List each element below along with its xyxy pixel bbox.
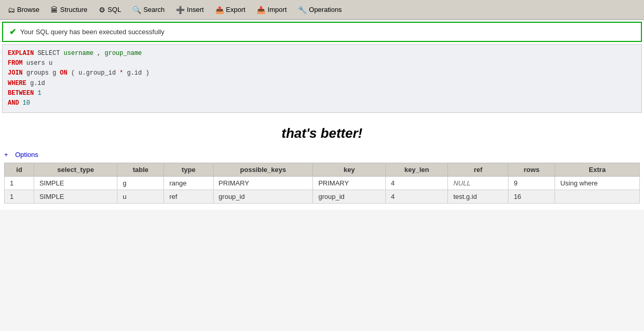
sql-code-area: EXPLAIN SELECT username , group_name FRO… — [2, 44, 642, 113]
export-icon: 📤 — [215, 6, 224, 14]
browse-icon: 🗂 — [8, 6, 15, 14]
nav-insert-label: Insert — [187, 6, 204, 13]
table-cell-r0-c3: range — [164, 177, 213, 190]
options-plus-icon: + — [4, 151, 8, 159]
table-cell-r1-c4: group_id — [213, 190, 313, 204]
col-header-extra: Extra — [555, 163, 640, 177]
success-bar: ✔ Your SQL query has been executed succe… — [2, 22, 642, 42]
search-icon: 🔍 — [132, 6, 141, 14]
sql-line-3: JOIN groups g ON ( u.group_id * g.id ) — [8, 68, 636, 78]
table-cell-r0-c1: SIMPLE — [34, 177, 117, 190]
table-cell-r1-c9 — [555, 190, 640, 204]
sql-icon: ⚙ — [99, 6, 106, 14]
col-header-rows: rows — [508, 163, 555, 177]
sql-line-6: AND 10 — [8, 98, 636, 108]
col-header-id: id — [5, 163, 34, 177]
table-cell-r0-c6: 4 — [385, 177, 448, 190]
table-cell-r0-c7: NULL — [448, 177, 508, 190]
nav-export-label: Export — [226, 6, 246, 13]
nav-search-label: Search — [143, 6, 164, 13]
nav-insert[interactable]: ➕ Insert — [170, 2, 209, 18]
import-icon: 📥 — [257, 6, 265, 14]
nav-sql[interactable]: ⚙ SQL — [93, 2, 127, 18]
top-nav: 🗂 Browse 🏛 Structure ⚙ SQL 🔍 Search ➕ In… — [0, 0, 644, 20]
results-table: id select_type table type possible_keys … — [4, 163, 640, 204]
nav-browse[interactable]: 🗂 Browse — [2, 2, 45, 18]
table-cell-r1-c0: 1 — [5, 190, 34, 204]
nav-sql-label: SQL — [108, 6, 121, 13]
main-content: ✔ Your SQL query has been executed succe… — [0, 22, 644, 210]
table-cell-r0-c9: Using where — [555, 177, 640, 190]
table-cell-r1-c2: u — [117, 190, 164, 204]
col-header-select-type: select_type — [34, 163, 117, 177]
table-row: 1SIMPLEurefgroup_idgroup_id4test.g.id16 — [5, 190, 640, 204]
sql-line-1: EXPLAIN SELECT username , group_name — [8, 49, 636, 59]
nav-structure-label: Structure — [60, 6, 87, 13]
table-cell-r1-c1: SIMPLE — [34, 190, 117, 204]
nav-import-label: Import — [267, 6, 287, 13]
nav-import[interactable]: 📥 Import — [251, 2, 292, 18]
table-row: 1SIMPLEgrangePRIMARYPRIMARY4NULL9Using w… — [5, 177, 640, 190]
table-cell-r1-c6: 4 — [385, 190, 448, 204]
options-link[interactable]: Options — [11, 150, 42, 160]
nav-structure[interactable]: 🏛 Structure — [45, 2, 93, 18]
col-header-table: table — [117, 163, 164, 177]
col-header-key: key — [313, 163, 385, 177]
success-check-icon: ✔ — [9, 27, 16, 37]
col-header-possible-keys: possible_keys — [213, 163, 313, 177]
table-cell-r0-c5: PRIMARY — [313, 177, 385, 190]
table-cell-r1-c7: test.g.id — [448, 190, 508, 204]
success-message: Your SQL query has been executed success… — [20, 28, 164, 36]
table-cell-r1-c3: ref — [164, 190, 213, 204]
col-header-key-len: key_len — [385, 163, 448, 177]
table-cell-r1-c5: group_id — [313, 190, 385, 204]
table-cell-r0-c4: PRIMARY — [213, 177, 313, 190]
operations-icon: 🔧 — [298, 6, 307, 14]
nav-operations-label: Operations — [309, 6, 342, 13]
structure-icon: 🏛 — [51, 6, 58, 14]
table-wrapper: id select_type table type possible_keys … — [0, 163, 644, 210]
sql-line-4: WHERE g.id — [8, 79, 636, 89]
col-header-type: type — [164, 163, 213, 177]
table-cell-r0-c8: 9 — [508, 177, 555, 190]
nav-search[interactable]: 🔍 Search — [127, 2, 170, 18]
nav-browse-label: Browse — [17, 6, 39, 13]
sql-line-2: FROM users u — [8, 59, 636, 68]
insert-icon: ➕ — [176, 6, 185, 14]
nav-operations[interactable]: 🔧 Operations — [292, 2, 348, 18]
nav-export[interactable]: 📤 Export — [209, 2, 251, 18]
col-header-ref: ref — [448, 163, 508, 177]
table-cell-r0-c2: g — [117, 177, 164, 190]
sql-line-5: BETWEEN 1 — [8, 89, 636, 98]
table-cell-r1-c8: 16 — [508, 190, 555, 204]
options-section: + Options — [0, 148, 644, 163]
table-cell-r0-c0: 1 — [5, 177, 34, 190]
center-heading: that's better! — [0, 115, 644, 148]
table-header-row: id select_type table type possible_keys … — [5, 163, 640, 177]
